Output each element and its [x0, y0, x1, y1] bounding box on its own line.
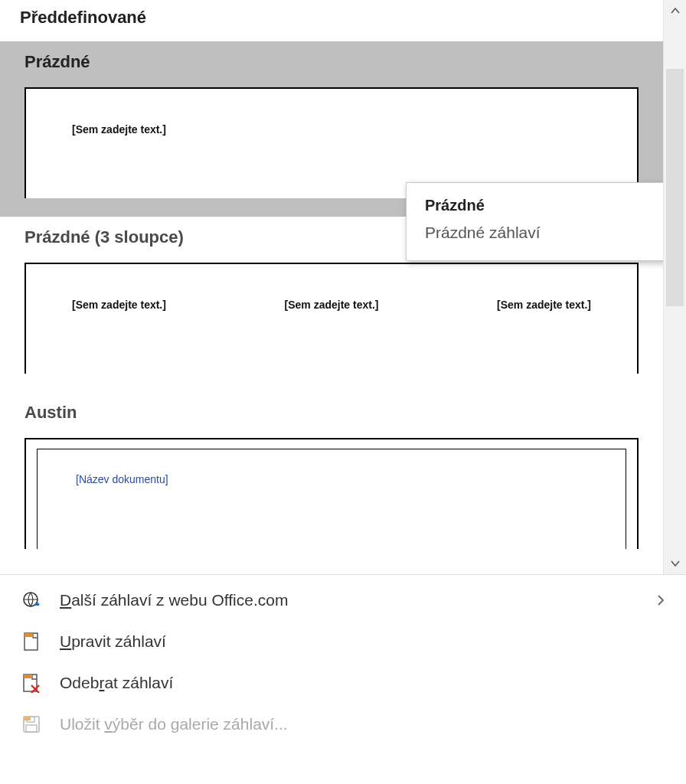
scroll-up-button[interactable]	[664, 0, 686, 21]
svg-rect-8	[24, 717, 31, 720]
menu-more-from-office[interactable]: Další záhlaví z webu Office.com	[0, 580, 686, 621]
scrollbar-track[interactable]	[664, 21, 686, 553]
scrollbar-thumb[interactable]	[666, 69, 684, 306]
section-title: Předdefinované	[0, 0, 663, 41]
page-remove-icon	[21, 673, 41, 693]
gallery-item-austin[interactable]: Austin [Název dokumentu]	[0, 392, 663, 567]
menu: Další záhlaví z webu Office.com Upravit …	[0, 574, 686, 750]
doc-title-placeholder: [Název dokumentu]	[76, 473, 168, 485]
menu-label: Upravit záhlaví	[60, 632, 166, 651]
page-icon	[21, 632, 41, 652]
gallery-item-label: Austin	[0, 392, 663, 430]
tooltip-title: Prázdné	[425, 197, 662, 214]
chevron-up-icon	[671, 8, 680, 14]
gallery-item-preview: [Sem zadejte text.] [Sem zadejte text.] …	[0, 255, 663, 392]
menu-label: Odebrat záhlaví	[60, 674, 173, 692]
chevron-right-icon	[657, 594, 665, 606]
scrollbar	[663, 0, 686, 574]
chevron-down-icon	[671, 560, 680, 567]
gallery-item-preview: [Název dokumentu]	[0, 430, 663, 567]
header-gallery: Předdefinované Prázdné [Sem zadejte text…	[0, 0, 663, 574]
menu-label: Uložit výběr do galerie záhlaví...	[60, 715, 288, 733]
tooltip-description: Prázdné záhlaví	[425, 224, 662, 242]
placeholder-text: [Sem zadejte text.]	[72, 123, 166, 136]
gallery-item-label: Prázdné	[0, 41, 663, 80]
menu-save-selection: Uložit výběr do galerie záhlaví...	[0, 704, 686, 745]
menu-remove-header[interactable]: Odebrat záhlaví	[0, 662, 686, 704]
placeholder-text: [Sem zadejte text.]	[72, 299, 166, 311]
svg-rect-2	[24, 633, 33, 637]
svg-rect-7	[26, 725, 37, 732]
scroll-down-button[interactable]	[664, 553, 686, 574]
menu-label: Další záhlaví z webu Office.com	[60, 591, 288, 609]
save-icon	[21, 714, 41, 734]
placeholder-text: [Sem zadejte text.]	[497, 299, 591, 311]
svg-rect-4	[24, 675, 32, 678]
globe-icon	[21, 590, 41, 610]
menu-edit-header[interactable]: Upravit záhlaví	[0, 621, 686, 662]
tooltip: Prázdné Prázdné záhlaví	[406, 182, 681, 261]
placeholder-text: [Sem zadejte text.]	[285, 299, 379, 311]
